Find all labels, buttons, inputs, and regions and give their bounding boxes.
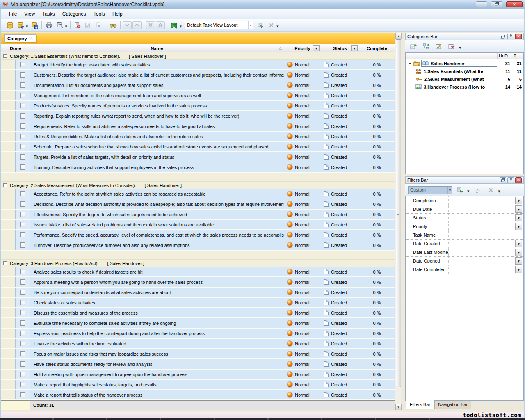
collapse-group-icon[interactable] (3, 183, 7, 187)
new-database-icon[interactable] (5, 20, 15, 30)
save-layout-icon[interactable] (255, 20, 266, 30)
priority-cell[interactable]: Normal (284, 111, 321, 121)
priority-cell[interactable]: Normal (284, 298, 321, 307)
filter-dropdown-icon[interactable]: ▼ (515, 249, 522, 256)
priority-cell[interactable]: Normal (284, 359, 321, 369)
priority-cell[interactable]: Normal (284, 240, 321, 250)
task-name-cell[interactable]: Products/services. Specify names of prod… (30, 101, 284, 110)
column-header-complete[interactable]: Complete (359, 44, 395, 52)
task-name-cell[interactable]: Discuss the essentials and measures of t… (30, 308, 284, 317)
filter-value-field[interactable] (448, 214, 515, 222)
status-cell[interactable]: Created (321, 288, 359, 297)
task-name-cell[interactable]: Training. Describe training activities t… (30, 162, 284, 172)
task-done-checkbox[interactable] (20, 201, 25, 207)
tab-filters-bar[interactable]: Filters Bar (406, 400, 434, 409)
priority-cell[interactable]: Normal (284, 349, 321, 358)
scroll-down-icon[interactable]: ▼ (395, 404, 402, 410)
menu-tasks[interactable]: Tasks (39, 9, 59, 18)
save-database-icon[interactable] (29, 20, 40, 30)
add-subcategory-icon[interactable] (421, 41, 431, 51)
priority-cell[interactable]: Normal (284, 60, 321, 69)
priority-cell[interactable]: Normal (284, 380, 321, 389)
priority-cell[interactable]: Normal (284, 220, 321, 229)
filters-close-icon[interactable]: ✕ (515, 177, 522, 183)
status-cell[interactable]: Created (321, 359, 359, 369)
task-name-cell[interactable]: Focus on major issues and risks that may… (30, 349, 284, 358)
task-name-cell[interactable]: Express your readiness to help the count… (30, 329, 284, 338)
minimize-button[interactable]: — (476, 1, 487, 7)
status-cell[interactable]: Created (321, 152, 359, 162)
status-cell[interactable]: Created (321, 339, 359, 348)
task-name-cell[interactable]: Make a report that highlights sales stat… (30, 380, 284, 389)
task-done-checkbox[interactable] (20, 269, 25, 274)
priority-filter-dropdown-icon[interactable]: ▼ (313, 45, 320, 51)
status-cell[interactable]: Created (321, 189, 359, 199)
task-name-cell[interactable]: Turnover. Describe product/service turno… (30, 240, 284, 250)
task-done-checkbox[interactable] (20, 82, 25, 88)
task-name-cell[interactable]: Schedule. Prepare a sales schedule that … (30, 142, 284, 151)
status-filter-dropdown-icon[interactable]: ▼ (351, 45, 358, 51)
priority-cell[interactable]: Normal (284, 189, 321, 199)
priority-cell[interactable]: Normal (284, 80, 321, 90)
task-name-cell[interactable]: Documentation. List all documents and pa… (30, 80, 284, 90)
priority-cell[interactable]: Normal (284, 199, 321, 209)
menu-view[interactable]: View (21, 9, 39, 18)
filter-value-field[interactable] (448, 196, 515, 205)
category-tree-row[interactable]: 1.Sales Essentials (What Ite1111 (406, 67, 523, 75)
priority-cell[interactable]: Normal (284, 390, 321, 399)
task-name-cell[interactable]: Customers. Describe the target audience;… (30, 70, 284, 80)
layout-preset-combobox[interactable]: Default Task View Layout ▼ (185, 21, 253, 29)
status-cell[interactable]: Created (321, 111, 359, 121)
status-cell[interactable]: Created (321, 70, 359, 80)
scrollbar-thumb[interactable] (396, 39, 401, 387)
task-name-cell[interactable]: Targets. Provide a list of sales targets… (30, 152, 284, 162)
filter-dropdown-icon[interactable]: ▼ (515, 197, 522, 204)
priority-cell[interactable]: Normal (284, 230, 321, 240)
filter-value-field[interactable] (448, 257, 515, 265)
priority-cell[interactable]: Normal (284, 70, 321, 80)
task-name-cell[interactable]: Decisions. Describe what decision author… (30, 199, 284, 209)
task-done-checkbox[interactable] (20, 320, 25, 326)
task-done-checkbox[interactable] (20, 123, 25, 129)
task-done-checkbox[interactable] (20, 331, 25, 336)
status-cell[interactable]: Created (321, 132, 359, 141)
task-name-cell[interactable]: Be sure your counterpart understands wha… (30, 288, 284, 297)
status-cell[interactable]: Created (321, 142, 359, 151)
group-by-category-chip[interactable]: Category △ (4, 34, 36, 42)
notes-icon[interactable] (169, 20, 180, 30)
print-preview-icon[interactable] (54, 20, 65, 30)
status-cell[interactable]: Created (321, 162, 359, 172)
menu-help[interactable]: Help (109, 9, 126, 18)
task-name-cell[interactable]: Performance. Specify the speed, accuracy… (30, 230, 284, 240)
status-cell[interactable]: Created (321, 329, 359, 338)
filter-combo-arrow-icon[interactable]: ▼ (447, 187, 452, 194)
notes-dropdown-icon[interactable]: ▼ (180, 25, 182, 28)
priority-cell[interactable]: Normal (284, 142, 321, 151)
column-header-done[interactable]: Done (1, 44, 30, 52)
filter-value-field[interactable] (448, 205, 515, 213)
task-name-cell[interactable]: Effectiveness. Specify the degree to whi… (30, 210, 284, 219)
task-name-cell[interactable]: Reporting. Explain reporting rules (what… (30, 111, 284, 121)
print-icon[interactable] (43, 20, 54, 30)
layout-toolbar-dropdown-icon[interactable]: ▼ (276, 25, 278, 28)
column-header-status[interactable]: Status ▼ (321, 44, 359, 52)
filter-dropdown-icon[interactable]: ▼ (515, 240, 522, 247)
priority-cell[interactable]: Normal (284, 308, 321, 317)
menu-tools[interactable]: Tools (90, 9, 109, 18)
priority-cell[interactable]: Normal (284, 339, 321, 348)
task-name-cell[interactable]: Evaluate time necessary to complete sale… (30, 318, 284, 328)
status-cell[interactable]: Created (321, 277, 359, 287)
filters-toolbar-dropdown-icon[interactable]: ▼ (498, 190, 500, 193)
task-done-checkbox[interactable] (20, 242, 25, 248)
category-tree-row[interactable]: 3.Handover Process (How to1414 (406, 83, 523, 91)
status-cell[interactable]: Created (321, 380, 359, 389)
status-cell[interactable]: Created (321, 267, 359, 276)
task-done-checkbox[interactable] (20, 392, 25, 397)
task-done-checkbox[interactable] (20, 290, 25, 295)
tab-navigation-bar[interactable]: Navigation Bar (434, 401, 471, 409)
priority-cell[interactable]: Normal (284, 162, 321, 172)
status-cell[interactable]: Created (321, 91, 359, 100)
categories-toolbar-dropdown-icon[interactable]: ▼ (459, 46, 461, 50)
layout-combo-arrow-icon[interactable]: ▼ (248, 21, 253, 29)
priority-cell[interactable]: Normal (284, 210, 321, 219)
